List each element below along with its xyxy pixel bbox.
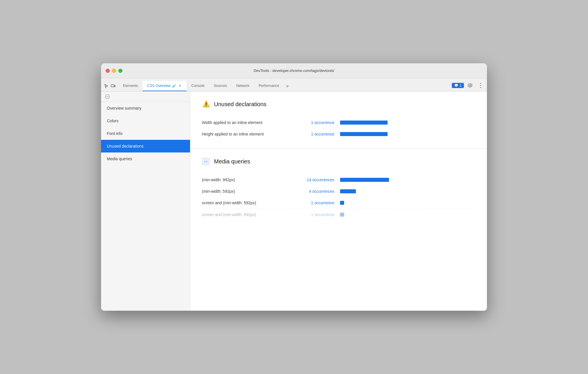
- tab-console[interactable]: Console: [187, 81, 209, 91]
- row-label: Height applied to an inline element: [202, 132, 294, 136]
- tab-close-button[interactable]: ✕: [178, 84, 182, 88]
- svg-rect-0: [111, 85, 114, 87]
- svg-point-2: [480, 83, 481, 84]
- sidebar-item-unused-declarations[interactable]: Unused declarations: [101, 140, 190, 152]
- row-bar-container: [340, 178, 475, 182]
- devtools-controls: [103, 83, 116, 91]
- svg-point-4: [480, 87, 481, 88]
- section-title-unused: ⚠️ Unused declarations: [202, 100, 475, 108]
- devtools-window: DevTools - developer.chrome.com/tags/dev…: [101, 63, 487, 311]
- kebab-menu-button[interactable]: [477, 81, 485, 89]
- tabs-container: Elements CSS Overview 🧪 ✕ Console Source…: [118, 81, 452, 91]
- row-count[interactable]: 1 occurrence: [300, 212, 334, 217]
- row-bar-container: [340, 201, 475, 205]
- row-label: (min-width: 992px): [202, 178, 294, 182]
- tab-network[interactable]: Network: [232, 81, 254, 91]
- media-queries-section: ↔ Media queries (min-width: 992px) 14 oc…: [190, 149, 487, 229]
- traffic-lights: [106, 69, 122, 73]
- sidebar-item-colors[interactable]: Colors: [101, 115, 190, 127]
- content-area[interactable]: ⚠️ Unused declarations Width applied to …: [190, 91, 487, 311]
- row-count[interactable]: 4 occurrences: [300, 189, 334, 194]
- section-heading-unused: Unused declarations: [214, 101, 266, 108]
- data-bar: [340, 178, 389, 182]
- section-heading-media: Media queries: [214, 158, 250, 165]
- row-label: (min-width: 592px): [202, 189, 294, 194]
- data-bar: [340, 121, 388, 125]
- row-count[interactable]: 14 occurrences: [300, 178, 334, 182]
- row-bar-container: [340, 213, 475, 217]
- maximize-button[interactable]: [118, 69, 122, 73]
- data-bar: [340, 213, 344, 217]
- table-row: (min-width: 592px) 4 occurrences: [202, 186, 475, 197]
- warning-icon: ⚠️: [202, 100, 210, 108]
- row-bar-container: [340, 189, 475, 193]
- flask-icon: 🧪: [172, 84, 176, 88]
- table-row: screen and (min-width: 592px) 1 occurren…: [202, 197, 475, 209]
- media-icon: ↔: [202, 157, 210, 165]
- window-title: DevTools - developer.chrome.com/tags/dev…: [254, 68, 334, 73]
- svg-point-3: [480, 85, 481, 86]
- sidebar-item-font-info[interactable]: Font info: [101, 127, 190, 140]
- tab-css-overview[interactable]: CSS Overview 🧪 ✕: [143, 81, 187, 91]
- table-row: (min-width: 992px) 14 occurrences: [202, 174, 475, 186]
- tab-performance[interactable]: Performance: [254, 81, 284, 91]
- no-entry-icon: [105, 94, 110, 100]
- data-bar: [340, 201, 344, 205]
- row-bar-container: [340, 132, 475, 136]
- title-bar: DevTools - developer.chrome.com/tags/dev…: [101, 63, 487, 78]
- sidebar-item-media-queries[interactable]: Media queries: [101, 152, 190, 165]
- section-title-media: ↔ Media queries: [202, 157, 475, 165]
- close-button[interactable]: [106, 69, 110, 73]
- sidebar-toolbar: [101, 91, 190, 102]
- tab-bar-actions: 💬 1: [452, 81, 485, 91]
- settings-button[interactable]: [466, 81, 474, 89]
- feedback-button[interactable]: 💬 1: [452, 83, 464, 88]
- row-label: Width applied to an inline element: [202, 120, 294, 125]
- unused-declarations-section: ⚠️ Unused declarations Width applied to …: [190, 91, 487, 149]
- minimize-button[interactable]: [112, 69, 116, 73]
- chat-icon: 💬: [454, 83, 458, 87]
- tab-sources[interactable]: Sources: [209, 81, 232, 91]
- sidebar-item-overview-summary[interactable]: Overview summary: [101, 102, 190, 115]
- data-bar: [340, 132, 388, 136]
- tab-bar: Elements CSS Overview 🧪 ✕ Console Source…: [101, 78, 487, 91]
- data-bar: [340, 189, 356, 193]
- cursor-icon[interactable]: [103, 83, 109, 89]
- row-bar-container: [340, 121, 475, 125]
- main-content: Overview summary Colors Font info Unused…: [101, 91, 487, 311]
- table-row: screen and (min-width: 992px) 1 occurren…: [202, 209, 475, 220]
- row-label: screen and (min-width: 592px): [202, 201, 294, 205]
- more-tabs-button[interactable]: »: [284, 81, 291, 91]
- row-count[interactable]: 1 occurrence: [300, 120, 334, 125]
- table-row: Height applied to an inline element 1 oc…: [202, 128, 475, 140]
- table-row: Width applied to an inline element 1 occ…: [202, 117, 475, 128]
- row-label: screen and (min-width: 992px): [202, 212, 294, 217]
- tab-elements[interactable]: Elements: [118, 81, 143, 91]
- sidebar: Overview summary Colors Font info Unused…: [101, 91, 190, 311]
- svg-rect-1: [114, 85, 115, 87]
- row-count[interactable]: 1 occurrence: [300, 132, 334, 136]
- row-count[interactable]: 1 occurrence: [300, 201, 334, 205]
- device-toggle-icon[interactable]: [110, 83, 116, 89]
